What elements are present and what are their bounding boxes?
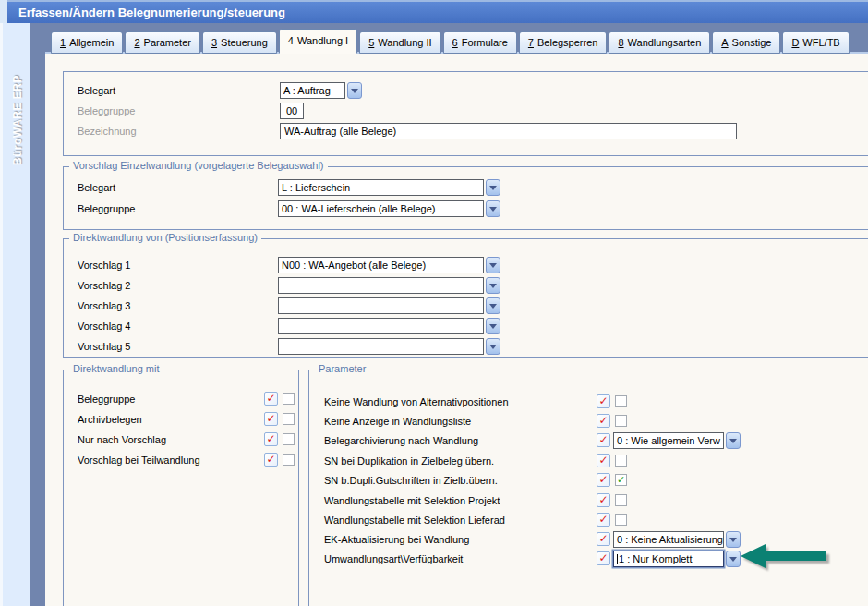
- param-label: Keine Wandlung von Alternativpositionen: [324, 394, 509, 410]
- option-label: Nur nach Vorschlag: [78, 431, 166, 448]
- field-marker-icon[interactable]: ✓: [597, 473, 610, 487]
- checkbox[interactable]: [283, 433, 295, 445]
- dropdown-button[interactable]: [726, 432, 741, 449]
- dropdown-button[interactable]: [486, 318, 500, 334]
- dropdown-button[interactable]: [486, 257, 500, 273]
- dropdown-button[interactable]: [726, 551, 741, 567]
- frame-band-vertical: [30, 23, 45, 606]
- tab-wandlung-1[interactable]: 4Wandlung I: [279, 29, 357, 54]
- group-title: Parameter: [315, 363, 369, 374]
- beleggruppe-combobox[interactable]: 00 : WA-Lieferschein (alle Belege): [278, 200, 500, 217]
- dropdown-button[interactable]: [347, 82, 362, 99]
- checkbox[interactable]: [283, 454, 295, 466]
- dropdown-button[interactable]: [486, 179, 500, 196]
- option-label: Archivbelegen: [78, 411, 142, 428]
- vorschlag-1-label: Vorschlag 1: [78, 257, 130, 273]
- param-label: Keine Anzeige in Wandlungsliste: [324, 413, 471, 430]
- text-cursor: [617, 554, 618, 564]
- dropdown-button[interactable]: [726, 531, 741, 548]
- param-label: Wandlungstabelle mit Selektion Lieferad: [324, 512, 505, 528]
- checkbox[interactable]: [615, 395, 627, 407]
- tab-wandlungsarten[interactable]: 8Wandlungsarten: [609, 31, 710, 54]
- umwandlungsart-combobox[interactable]: 1 : Nur Komplett: [613, 551, 741, 567]
- erp-window: Erfassen/Ändern Belegnumerierung/steueru…: [0, 0, 868, 606]
- vorschlag-2-label: Vorschlag 2: [78, 277, 130, 294]
- field-marker-icon[interactable]: ✓: [597, 493, 610, 507]
- field-marker-icon[interactable]: ✓: [597, 394, 610, 408]
- group-direktwandlung-von: Direktwandlung von (Positionserfassung) …: [63, 238, 868, 358]
- chevron-down-icon: [729, 439, 737, 443]
- brand-logo-text: BüroWARE ERP: [11, 75, 24, 165]
- field-marker-icon[interactable]: ✓: [597, 414, 610, 428]
- dropdown-button[interactable]: [486, 277, 500, 294]
- ek-aktualisierung-combobox[interactable]: 0 : Keine Aktualisierung: [613, 531, 741, 548]
- vorschlag-2-combobox[interactable]: [278, 277, 500, 294]
- belegart-combobox[interactable]: L : Lieferschein: [278, 179, 500, 196]
- dropdown-button[interactable]: [486, 200, 500, 217]
- group-title: Direktwandlung mit: [69, 363, 163, 374]
- param-label: SN bei Duplikation in Zielbeleg übern.: [324, 453, 494, 469]
- belegart-combobox[interactable]: A : Auftrag: [280, 82, 362, 99]
- chevron-down-icon: [489, 263, 497, 268]
- group-title: Vorschlag Einzelwandlung (vorgelagerte B…: [69, 160, 328, 171]
- beleggruppe-field[interactable]: 00: [280, 103, 304, 119]
- field-marker-icon[interactable]: ✓: [264, 412, 278, 426]
- vorschlag-3-label: Vorschlag 3: [78, 297, 130, 314]
- tab-sonstige[interactable]: ASonstige: [712, 31, 780, 54]
- option-label: Beleggruppe: [78, 391, 135, 407]
- field-marker-icon[interactable]: ✓: [264, 453, 278, 467]
- tab-parameter[interactable]: 2Parameter: [125, 31, 199, 54]
- option-label: Vorschlag bei Teilwandlung: [78, 452, 200, 468]
- group-title: Direktwandlung von (Positionserfassung): [69, 232, 261, 243]
- field-marker-icon[interactable]: ✓: [597, 532, 610, 546]
- field-marker-icon[interactable]: ✓: [597, 551, 610, 565]
- vorschlag-4-combobox[interactable]: [278, 318, 500, 334]
- vorschlag-1-combobox[interactable]: N00 : WA-Angebot (alle Belege): [278, 257, 500, 273]
- checkbox[interactable]: [615, 454, 627, 467]
- window-corner: [0, 0, 7, 23]
- checkbox[interactable]: [283, 393, 295, 405]
- tab-allgemein[interactable]: 1Allgemein: [51, 31, 123, 54]
- checkbox[interactable]: [283, 413, 295, 425]
- dropdown-button[interactable]: [486, 338, 500, 355]
- vorschlag-5-label: Vorschlag 5: [78, 338, 130, 355]
- tab-steuerung[interactable]: 3Steuerung: [202, 31, 277, 54]
- tab-belegsperren[interactable]: 7Belegsperren: [519, 31, 608, 54]
- checkbox-checked[interactable]: ✓: [615, 474, 627, 486]
- field-marker-icon[interactable]: ✓: [264, 432, 278, 446]
- beleggruppe-label: Beleggruppe: [78, 103, 135, 119]
- param-label: SN b.Dupli.Gutschriften in Zielb.übern.: [324, 472, 498, 489]
- group-direktwandlung-mit: Direktwandlung mit Beleggruppe ✓ Archivb…: [63, 370, 299, 606]
- belegarchivierung-combobox[interactable]: 0 : Wie allgemein Verw: [613, 432, 741, 449]
- window-title: Erfassen/Ändern Belegnumerierung/steueru…: [18, 6, 285, 19]
- field-marker-icon[interactable]: ✓: [597, 513, 610, 527]
- chevron-down-icon: [489, 207, 497, 212]
- belegart-label: Belegart: [78, 82, 115, 99]
- param-label: Umwandlungsart\Verfügbarkeit: [324, 551, 463, 567]
- group-parameter: Parameter Keine Wandlung von Alternativp…: [308, 370, 868, 606]
- group-belegart-head: Belegart A : Auftrag Beleggruppe 00 Beze…: [63, 71, 868, 156]
- param-label: Belegarchivierung nach Wandlung: [324, 432, 478, 449]
- checkbox[interactable]: [615, 514, 627, 526]
- tab-bar: 1Allgemein 2Parameter 3Steuerung 4Wandlu…: [51, 29, 850, 54]
- chevron-down-icon: [489, 186, 497, 190]
- bezeichnung-field[interactable]: WA-Auftrag (alle Belege): [280, 123, 737, 139]
- field-marker-icon[interactable]: ✓: [264, 392, 278, 406]
- vorschlag-3-combobox[interactable]: [278, 297, 500, 314]
- belegart-label: Belegart: [78, 179, 115, 196]
- tab-wfl-tb[interactable]: DWFL/TB: [782, 31, 849, 54]
- chevron-down-icon: [489, 324, 497, 329]
- bezeichnung-label: Bezeichnung: [78, 123, 137, 139]
- chevron-down-icon: [489, 304, 497, 309]
- checkbox[interactable]: [615, 415, 627, 427]
- tab-formulare[interactable]: 6Formulare: [443, 31, 517, 54]
- tab-wandlung-2[interactable]: 5Wandlung II: [359, 31, 440, 54]
- brand-sidebar: BüroWARE ERP: [3, 23, 30, 606]
- vorschlag-5-combobox[interactable]: [278, 338, 500, 355]
- chevron-down-icon: [489, 284, 497, 288]
- checkbox[interactable]: [615, 494, 627, 506]
- field-marker-icon[interactable]: ✓: [597, 433, 610, 447]
- field-marker-icon[interactable]: ✓: [597, 454, 610, 467]
- param-label: Wandlungstabelle mit Selektion Projekt: [324, 492, 500, 509]
- dropdown-button[interactable]: [486, 297, 500, 314]
